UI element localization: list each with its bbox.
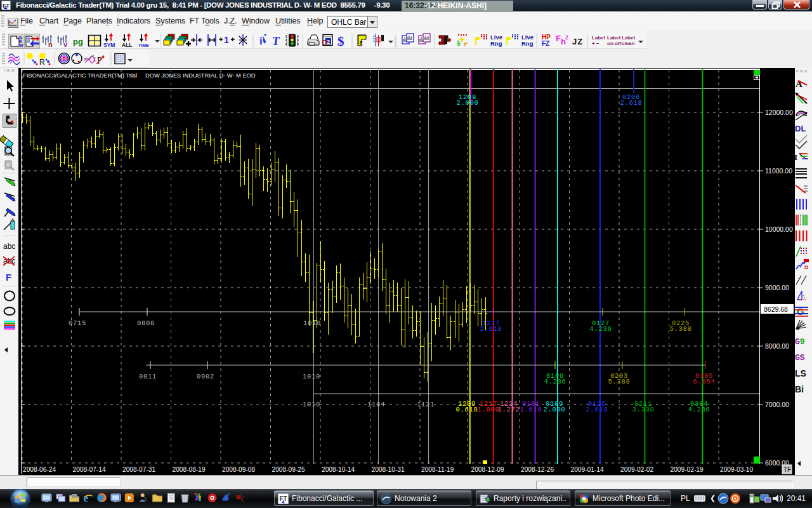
svg-text:2008-06-24: 2008-06-24 (23, 466, 56, 473)
svg-text:n: n (48, 41, 53, 48)
svg-text:R: R (39, 58, 45, 67)
svg-text:W: W (19, 43, 23, 48)
svg-text:1121: 1121 (417, 401, 435, 408)
svg-text:+ −: + − (592, 41, 599, 46)
svg-text:Rng: Rng (521, 40, 534, 47)
svg-text:2008-10-31: 2008-10-31 (372, 466, 405, 473)
svg-text:4.236: 4.236 (688, 406, 710, 413)
svg-text:A: A (796, 79, 802, 89)
svg-text:0811: 0811 (139, 373, 157, 380)
svg-text:Label: Label (592, 35, 605, 41)
svg-text:1.000: 1.000 (477, 406, 499, 413)
svg-text:2008-07-31: 2008-07-31 (122, 466, 155, 473)
svg-text:on off: on off (607, 41, 622, 46)
svg-text:2009-03-10: 2009-03-10 (720, 466, 753, 473)
svg-text:7000.00: 7000.00 (765, 401, 789, 408)
svg-text:E: E (360, 41, 363, 45)
svg-text:v: v (63, 41, 68, 48)
svg-text:$: $ (337, 34, 344, 49)
svg-text:i: i (259, 36, 263, 46)
svg-text:1010: 1010 (303, 319, 321, 327)
svg-text:2008-10-14: 2008-10-14 (322, 466, 355, 473)
svg-text:2008-09-25: 2008-09-25 (272, 466, 305, 473)
svg-text:1.618: 1.618 (520, 406, 542, 413)
svg-text:4.236: 4.236 (589, 325, 612, 333)
svg-text:clean: clean (622, 41, 635, 46)
svg-text:ALL: ALL (122, 42, 133, 48)
svg-text:8629.68: 8629.68 (764, 305, 788, 313)
svg-text:Label: Label (607, 35, 620, 41)
svg-text:2.618: 2.618 (586, 406, 608, 413)
svg-text:F: F (556, 34, 561, 43)
svg-text:3.330: 3.330 (632, 406, 654, 413)
svg-text:6.854: 6.854 (693, 378, 715, 385)
svg-text:1010: 1010 (303, 401, 320, 408)
svg-text:4: 4 (282, 499, 285, 504)
svg-text:T: T (272, 34, 280, 48)
svg-text:2.000: 2.000 (543, 406, 565, 413)
svg-text:2008-12-26: 2008-12-26 (521, 466, 554, 473)
svg-text:2008-07-14: 2008-07-14 (73, 466, 106, 473)
svg-text:2008-08-19: 2008-08-19 (173, 466, 206, 473)
svg-text:Bi: Bi (795, 384, 804, 394)
svg-text:TIME: TIME (138, 43, 149, 48)
svg-text:2.618: 2.618 (480, 325, 502, 333)
svg-text:5.388: 5.388 (608, 378, 630, 385)
svg-text:1104: 1104 (367, 401, 385, 408)
svg-text:0808: 0808 (137, 319, 155, 327)
svg-text:G9: G9 (795, 337, 805, 347)
svg-text:0715: 0715 (69, 319, 86, 327)
svg-text:2009-02-02: 2009-02-02 (620, 466, 653, 473)
svg-text:2008-09-08: 2008-09-08 (222, 466, 255, 473)
svg-text:DL: DL (795, 124, 806, 133)
svg-text:Label: Label (622, 35, 635, 41)
svg-text:TF: TF (783, 466, 791, 473)
svg-text:9000.00: 9000.00 (765, 284, 789, 291)
svg-text:abc: abc (3, 242, 15, 251)
svg-text:z: z (565, 34, 568, 41)
svg-text:11000.00: 11000.00 (765, 167, 792, 175)
svg-text:0902: 0902 (197, 373, 214, 380)
svg-text:2008-11-19: 2008-11-19 (421, 466, 454, 473)
svg-text:12000.00: 12000.00 (765, 109, 793, 116)
svg-text:8000.00: 8000.00 (765, 342, 789, 350)
svg-text:pg: pg (73, 37, 83, 46)
svg-text:2.000: 2.000 (456, 99, 478, 107)
svg-text:1010: 1010 (303, 373, 320, 380)
svg-text:LS: LS (795, 368, 806, 378)
svg-text:1: 1 (224, 35, 229, 45)
svg-text:FIBONACCI/GALACTIC TRADER(TM): FIBONACCI/GALACTIC TRADER(TM) Trial DOW … (23, 72, 256, 79)
svg-text:Rng: Rng (490, 40, 502, 47)
svg-text:F: F (6, 272, 11, 283)
svg-text:2009-01-14: 2009-01-14 (571, 466, 604, 473)
svg-text:10000.00: 10000.00 (765, 225, 793, 233)
svg-text:e: e (83, 492, 88, 504)
svg-text:0.618: 0.618 (455, 406, 478, 413)
svg-text:FZ: FZ (542, 40, 549, 47)
svg-text:JZ: JZ (572, 37, 583, 46)
svg-text:SYM: SYM (103, 42, 115, 48)
svg-text:1.272: 1.272 (497, 406, 520, 413)
svg-text:5.388: 5.388 (669, 325, 691, 333)
svg-text:2008-12-09: 2008-12-09 (471, 466, 504, 473)
svg-text:2009-02-19: 2009-02-19 (671, 466, 704, 473)
svg-text:2.618: 2.618 (620, 99, 642, 107)
svg-text:GS: GS (795, 353, 805, 363)
svg-text:4.236: 4.236 (544, 378, 566, 385)
